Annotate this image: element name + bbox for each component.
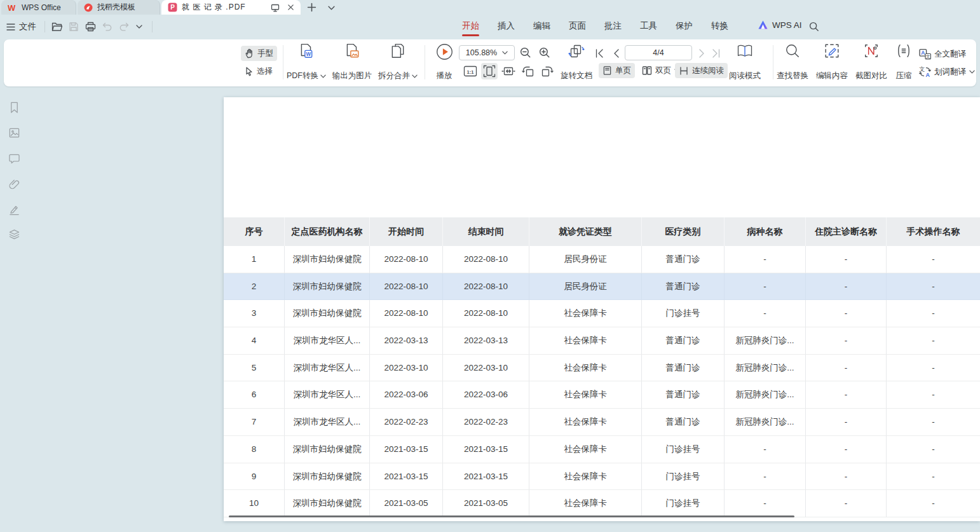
table-row[interactable]: 2深圳市妇幼保健院2022-08-102022-08-10居民身份证普通门诊--… — [224, 273, 980, 301]
table-row[interactable]: 6深圳市龙华区人...2022-03-062022-03-06社会保障卡普通门诊… — [224, 381, 980, 409]
word-translate-button[interactable]: 文 A 划词翻译 — [919, 64, 975, 79]
medical-table: 序号定点医药机构名称开始时间结束时间就诊凭证类型医疗类别病种名称住院主诊断名称手… — [224, 217, 980, 517]
edit-content-icon — [824, 43, 840, 58]
compress-button[interactable]: 压缩 — [890, 43, 918, 81]
new-tab-button[interactable] — [307, 3, 316, 12]
menu-item-edit[interactable]: 编辑 — [533, 20, 550, 32]
split-merge-button[interactable]: 拆分合并 — [376, 43, 420, 81]
split-merge-label: 拆分合并 — [378, 71, 410, 81]
wps-ai-button[interactable]: WPS AI — [758, 20, 802, 30]
rotate-right-button[interactable] — [539, 63, 555, 79]
table-cell: 2021-03-05 — [370, 490, 443, 517]
tab-document[interactable]: P 就 医 记 录 .PDF — [161, 0, 301, 15]
tab-label: 找稻壳模板 — [97, 2, 135, 13]
menu-item-insert[interactable]: 插入 — [498, 20, 515, 32]
pdf-file-icon: P — [168, 3, 177, 12]
menu-item-comment[interactable]: 批注 — [604, 20, 622, 32]
tab-list-chevron-icon[interactable] — [328, 6, 335, 10]
table-cell: - — [725, 300, 806, 327]
menu-search-icon[interactable] — [809, 22, 819, 32]
print-button[interactable] — [83, 20, 98, 34]
table-cell: 深圳市妇幼保健院 — [285, 246, 370, 273]
signature-panel-icon[interactable] — [7, 202, 21, 216]
table-cell: 2022-03-10 — [370, 355, 443, 382]
menu-item-protect[interactable]: 保护 — [676, 20, 693, 32]
rotate-document-button[interactable]: 旋转文档 — [558, 43, 595, 81]
play-icon — [436, 43, 453, 60]
zoom-level-combobox[interactable]: 105.88% — [459, 45, 515, 60]
read-mode-label: 阅读模式 — [729, 71, 761, 81]
one-to-one-icon: 1:1 — [463, 65, 477, 78]
single-page-icon — [602, 65, 612, 76]
next-page-icon[interactable] — [697, 49, 706, 58]
tab-docer-templates[interactable]: 找稻壳模板 — [78, 0, 160, 15]
rotate-document-label: 旋转文档 — [561, 71, 592, 81]
table-row[interactable]: 9深圳市妇幼保健院2021-03-152021-03-15社会保障卡门诊挂号--… — [224, 463, 980, 491]
table-cell: 2021-03-05 — [443, 490, 529, 517]
find-replace-button[interactable]: 查找替换 — [774, 43, 811, 81]
menu-item-convert[interactable]: 转换 — [711, 20, 728, 32]
quickbar-more-chevron[interactable] — [133, 20, 146, 34]
hand-tool-button[interactable]: 手型 — [241, 46, 277, 61]
table-bottom-scrollbar[interactable] — [229, 515, 794, 517]
table-cell: - — [806, 436, 887, 463]
menu-item-page[interactable]: 页面 — [569, 20, 586, 32]
select-tool-button[interactable]: 选择 — [241, 64, 276, 79]
pdf-page[interactable]: 序号定点医药机构名称开始时间结束时间就诊凭证类型医疗类别病种名称住院主诊断名称手… — [224, 97, 980, 521]
hand-tool-label: 手型 — [257, 48, 273, 59]
zoom-out-icon[interactable] — [520, 47, 531, 58]
column-header: 序号 — [224, 217, 285, 246]
menu-item-tools[interactable]: 工具 — [640, 20, 657, 32]
table-cell: 新冠肺炎门诊... — [725, 327, 806, 355]
layers-panel-icon[interactable] — [7, 228, 21, 242]
screenshot-compare-button[interactable]: 截图对比 — [853, 43, 890, 81]
table-row[interactable]: 3深圳市妇幼保健院2022-08-102022-08-10社会保障卡门诊挂号--… — [224, 300, 980, 327]
file-menu-button[interactable]: 文件 — [6, 20, 41, 34]
table-row[interactable]: 7深圳市龙华区人...2022-02-232022-02-23社会保障卡普通门诊… — [224, 409, 980, 436]
previous-page-icon[interactable] — [612, 49, 621, 58]
last-page-icon[interactable] — [712, 49, 721, 58]
actual-size-button[interactable]: 1:1 — [462, 63, 479, 79]
close-tab-icon[interactable] — [287, 4, 294, 11]
edit-content-button[interactable]: 编辑内容 — [813, 43, 850, 81]
pdf-convert-icon: W — [299, 43, 314, 59]
page-number-input[interactable]: 4/4 — [625, 45, 692, 60]
table-row[interactable]: 8深圳市妇幼保健院2021-03-152021-03-15社会保障卡门诊挂号--… — [224, 436, 980, 463]
continuous-read-button[interactable]: 连续阅读 — [675, 63, 728, 78]
redo-icon — [119, 22, 129, 31]
fit-page-button[interactable] — [481, 63, 498, 79]
table-cell: 2022-03-06 — [443, 381, 529, 409]
read-mode-button[interactable]: 阅读模式 — [727, 43, 763, 81]
table-row[interactable]: 1深圳市妇幼保健院2022-08-102022-08-10居民身份证普通门诊--… — [224, 246, 980, 273]
redo-button[interactable] — [116, 20, 132, 34]
zoom-in-icon[interactable] — [539, 47, 550, 58]
pdf-convert-button[interactable]: W PDF转换 — [284, 43, 329, 81]
window-icon[interactable] — [271, 3, 280, 12]
thumbnail-panel-icon[interactable] — [7, 126, 21, 140]
full-translate-label: 全文翻译 — [934, 49, 966, 60]
page-indicator-value: 4/4 — [653, 48, 664, 57]
open-file-button[interactable] — [50, 20, 65, 34]
tab-wps-home[interactable]: W WPS Office — [1, 0, 76, 15]
single-page-button[interactable]: 单页 — [599, 63, 635, 78]
menu-item-home[interactable]: 开始 — [462, 20, 479, 32]
full-translate-button[interactable]: A 文 全文翻译 — [919, 46, 966, 62]
rotate-left-icon — [521, 64, 535, 78]
svg-text:文: 文 — [926, 54, 930, 59]
table-row[interactable]: 4深圳市龙华区人...2022-03-132022-03-13社会保障卡普通门诊… — [224, 327, 980, 355]
save-button[interactable] — [66, 20, 81, 34]
play-button[interactable]: 播放 — [431, 43, 458, 81]
fit-width-button[interactable] — [500, 63, 517, 79]
first-page-icon[interactable] — [595, 49, 604, 58]
export-image-button[interactable]: 输出为图片 — [328, 43, 376, 81]
undo-icon — [102, 22, 112, 31]
rotate-left-button[interactable] — [520, 63, 536, 79]
table-row[interactable]: 10深圳市妇幼保健院2021-03-052021-03-05社会保障卡门诊挂号-… — [224, 490, 980, 517]
comment-panel-icon[interactable] — [7, 151, 21, 165]
table-row[interactable]: 5深圳市龙华区人...2022-03-102022-03-10社会保障卡普通门诊… — [224, 355, 980, 382]
bookmark-panel-icon[interactable] — [7, 100, 21, 114]
svg-text:W: W — [306, 51, 311, 57]
attachment-panel-icon[interactable] — [7, 177, 21, 191]
table-cell: 2021-03-15 — [370, 463, 443, 491]
undo-button[interactable] — [100, 20, 115, 34]
